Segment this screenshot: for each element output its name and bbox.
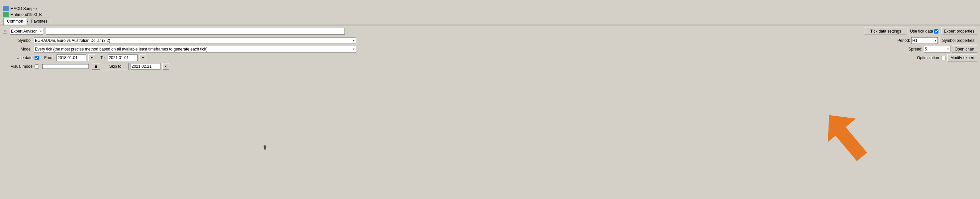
model-label: Model: xyxy=(3,47,33,51)
tab-common[interactable]: Common xyxy=(3,18,27,25)
model-select-wrapper: Every tick (the most precise method base… xyxy=(34,46,356,53)
symbol-properties-button[interactable]: Symbol properties xyxy=(939,37,977,44)
date-row: Use date From: ▼ To: ▼ Optimization Modi… xyxy=(0,54,980,62)
visual-progress-bar xyxy=(42,64,89,69)
main-panel: × Expert Advisor Tick data settings Use … xyxy=(0,26,980,199)
cursor-indicator: ⬆ xyxy=(262,144,267,151)
symbol-label: Symbol: xyxy=(3,38,33,43)
tab-bar: Common Favorites xyxy=(3,18,52,25)
from-date-input[interactable] xyxy=(56,54,86,61)
to-date-input[interactable] xyxy=(108,54,138,61)
orange-arrow xyxy=(814,107,880,167)
to-label: To: xyxy=(100,56,106,60)
skip-to-date-input[interactable] xyxy=(130,63,161,70)
from-date-picker-btn[interactable]: ▼ xyxy=(88,54,95,61)
ea-name-input[interactable] xyxy=(46,28,345,35)
symbol-row: Symbol: EURAUDm, Euro vs Australian Doll… xyxy=(0,36,980,45)
use-tick-data-checkbox[interactable] xyxy=(934,29,939,33)
expert-advisor-select[interactable]: Expert Advisor xyxy=(10,28,43,35)
top-nav: MACD Sample Mahmoud1990_B Moving Average… xyxy=(0,0,980,25)
expert-advisor-wrapper: Expert Advisor xyxy=(10,28,43,35)
use-tick-data-text: Use tick data xyxy=(910,29,933,33)
optimization-label: Optimization xyxy=(917,56,939,60)
svg-rect-0 xyxy=(829,119,867,161)
spread-select-wrapper: 5 xyxy=(924,46,950,53)
nav-icon-macd xyxy=(3,6,9,11)
spread-label: Spread: xyxy=(906,47,923,51)
visual-mode-row: Visual mode ⏸ Skip to ▼ xyxy=(0,62,980,71)
symbol-select-wrapper: EURAUDm, Euro vs Australian Dollar (3.2) xyxy=(34,37,356,44)
visual-mode-checkbox[interactable] xyxy=(35,64,39,69)
period-select-wrapper: H1 xyxy=(911,37,938,44)
nav-icon-mahmoud xyxy=(3,12,9,17)
optimization-checkbox[interactable] xyxy=(941,56,945,60)
nav-item-macd-label: MACD Sample xyxy=(10,6,37,11)
skip-to-button[interactable]: Skip to xyxy=(102,63,129,70)
tab-favorites[interactable]: Favorites xyxy=(27,18,51,25)
period-label: Period: xyxy=(893,38,910,43)
from-label: From: xyxy=(44,56,54,60)
model-select[interactable]: Every tick (the most precise method base… xyxy=(34,46,356,53)
svg-marker-1 xyxy=(815,107,856,142)
skip-to-date-picker-btn[interactable]: ▼ xyxy=(162,63,169,70)
modify-expert-button[interactable]: Modify expert xyxy=(947,54,977,62)
pause-button[interactable]: ⏸ xyxy=(92,63,100,70)
model-row: Model: Every tick (the most precise meth… xyxy=(0,45,980,54)
visual-mode-label: Visual mode xyxy=(3,64,33,69)
period-select[interactable]: H1 xyxy=(911,37,938,44)
symbol-select[interactable]: EURAUDm, Euro vs Australian Dollar (3.2) xyxy=(34,37,356,44)
to-date-picker-btn[interactable]: ▼ xyxy=(140,54,146,61)
pause-icon: ⏸ xyxy=(94,65,98,68)
nav-item-mahmoud[interactable]: Mahmoud1990_B xyxy=(3,12,45,17)
expert-properties-button[interactable]: Expert properties xyxy=(941,27,977,35)
tick-data-settings-button[interactable]: Tick data settings xyxy=(864,27,907,35)
use-date-label: Use date xyxy=(3,56,33,60)
top-form-row: × Expert Advisor Tick data settings Use … xyxy=(0,26,980,36)
spread-select[interactable]: 5 xyxy=(924,46,950,53)
use-tick-data-label: Use tick data xyxy=(910,29,938,33)
open-chart-button[interactable]: Open chart xyxy=(952,46,977,53)
nav-item-macd[interactable]: MACD Sample xyxy=(3,6,45,11)
nav-item-mahmoud-label: Mahmoud1990_B xyxy=(10,12,42,17)
content-area: ⬆ xyxy=(0,71,980,180)
close-button[interactable]: × xyxy=(3,29,7,33)
use-date-checkbox[interactable] xyxy=(35,56,39,60)
